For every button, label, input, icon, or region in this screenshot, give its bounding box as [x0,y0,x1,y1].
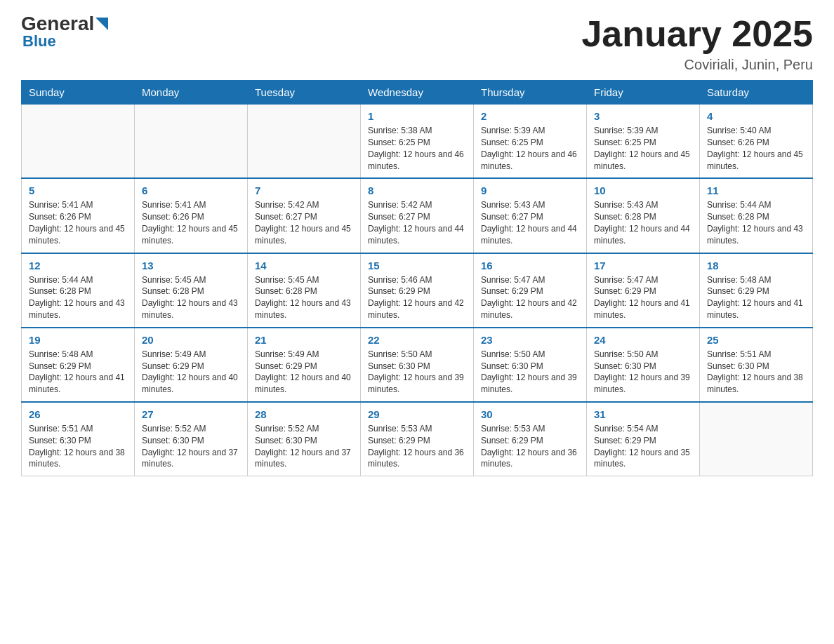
day-number: 2 [481,110,579,122]
day-info: Sunrise: 5:51 AMSunset: 6:30 PMDaylight:… [29,423,127,470]
day-number: 17 [594,260,692,271]
table-row: 20Sunrise: 5:49 AMSunset: 6:29 PMDayligh… [135,328,248,402]
day-number: 11 [707,185,805,196]
day-info: Sunrise: 5:44 AMSunset: 6:28 PMDaylight:… [29,274,127,321]
col-wednesday: Wednesday [361,81,474,105]
table-row: 21Sunrise: 5:49 AMSunset: 6:29 PMDayligh… [248,328,361,402]
day-info: Sunrise: 5:47 AMSunset: 6:29 PMDaylight:… [594,274,692,321]
table-row: 27Sunrise: 5:52 AMSunset: 6:30 PMDayligh… [135,402,248,476]
table-row: 10Sunrise: 5:43 AMSunset: 6:28 PMDayligh… [587,178,700,253]
table-row: 8Sunrise: 5:42 AMSunset: 6:27 PMDaylight… [361,178,474,253]
day-number: 14 [255,260,353,271]
day-info: Sunrise: 5:43 AMSunset: 6:27 PMDaylight:… [481,199,579,246]
day-info: Sunrise: 5:43 AMSunset: 6:28 PMDaylight:… [594,199,692,246]
day-number: 18 [707,260,805,271]
day-info: Sunrise: 5:46 AMSunset: 6:29 PMDaylight:… [368,274,466,321]
col-sunday: Sunday [22,81,135,105]
logo: General Blue [21,14,108,51]
day-number: 21 [255,334,353,346]
day-info: Sunrise: 5:42 AMSunset: 6:27 PMDaylight:… [368,199,466,246]
calendar-week-row: 19Sunrise: 5:48 AMSunset: 6:29 PMDayligh… [22,328,813,402]
table-row [248,105,361,179]
table-row: 5Sunrise: 5:41 AMSunset: 6:26 PMDaylight… [22,178,135,253]
day-info: Sunrise: 5:49 AMSunset: 6:29 PMDaylight:… [142,349,240,396]
table-row: 7Sunrise: 5:42 AMSunset: 6:27 PMDaylight… [248,178,361,253]
calendar-week-row: 12Sunrise: 5:44 AMSunset: 6:28 PMDayligh… [22,253,813,328]
day-info: Sunrise: 5:50 AMSunset: 6:30 PMDaylight:… [594,349,692,396]
table-row [22,105,135,179]
day-number: 5 [29,185,127,196]
svg-marker-0 [95,18,108,30]
day-info: Sunrise: 5:53 AMSunset: 6:29 PMDaylight:… [368,423,466,470]
day-info: Sunrise: 5:53 AMSunset: 6:29 PMDaylight:… [481,423,579,470]
day-number: 25 [707,334,805,346]
logo-general-text: General [21,14,94,34]
table-row: 12Sunrise: 5:44 AMSunset: 6:28 PMDayligh… [22,253,135,328]
calendar-week-row: 5Sunrise: 5:41 AMSunset: 6:26 PMDaylight… [22,178,813,253]
table-row: 13Sunrise: 5:45 AMSunset: 6:28 PMDayligh… [135,253,248,328]
col-friday: Friday [587,81,700,105]
table-row: 18Sunrise: 5:48 AMSunset: 6:29 PMDayligh… [700,253,813,328]
day-info: Sunrise: 5:52 AMSunset: 6:30 PMDaylight:… [142,423,240,470]
day-number: 3 [594,110,692,122]
table-row: 9Sunrise: 5:43 AMSunset: 6:27 PMDaylight… [474,178,587,253]
table-row: 16Sunrise: 5:47 AMSunset: 6:29 PMDayligh… [474,253,587,328]
table-row: 3Sunrise: 5:39 AMSunset: 6:25 PMDaylight… [587,105,700,179]
calendar-week-row: 26Sunrise: 5:51 AMSunset: 6:30 PMDayligh… [22,402,813,476]
table-row: 11Sunrise: 5:44 AMSunset: 6:28 PMDayligh… [700,178,813,253]
table-row: 2Sunrise: 5:39 AMSunset: 6:25 PMDaylight… [474,105,587,179]
day-number: 28 [255,408,353,420]
logo-blue-text: Blue [22,32,56,51]
day-info: Sunrise: 5:40 AMSunset: 6:26 PMDaylight:… [707,125,805,172]
table-row: 26Sunrise: 5:51 AMSunset: 6:30 PMDayligh… [22,402,135,476]
calendar-table: Sunday Monday Tuesday Wednesday Thursday… [21,80,813,476]
col-thursday: Thursday [474,81,587,105]
day-info: Sunrise: 5:54 AMSunset: 6:29 PMDaylight:… [594,423,692,470]
table-row: 30Sunrise: 5:53 AMSunset: 6:29 PMDayligh… [474,402,587,476]
day-number: 9 [481,185,579,196]
day-info: Sunrise: 5:42 AMSunset: 6:27 PMDaylight:… [255,199,353,246]
table-row: 14Sunrise: 5:45 AMSunset: 6:28 PMDayligh… [248,253,361,328]
table-row: 23Sunrise: 5:50 AMSunset: 6:30 PMDayligh… [474,328,587,402]
day-info: Sunrise: 5:52 AMSunset: 6:30 PMDaylight:… [255,423,353,470]
day-info: Sunrise: 5:41 AMSunset: 6:26 PMDaylight:… [142,199,240,246]
day-info: Sunrise: 5:48 AMSunset: 6:29 PMDaylight:… [29,349,127,396]
calendar-subtitle: Coviriali, Junin, Peru [581,57,813,73]
day-number: 31 [594,408,692,420]
table-row: 28Sunrise: 5:52 AMSunset: 6:30 PMDayligh… [248,402,361,476]
title-block: January 2025 Coviriali, Junin, Peru [581,14,813,73]
table-row: 22Sunrise: 5:50 AMSunset: 6:30 PMDayligh… [361,328,474,402]
col-saturday: Saturday [700,81,813,105]
day-number: 10 [594,185,692,196]
day-number: 23 [481,334,579,346]
table-row: 6Sunrise: 5:41 AMSunset: 6:26 PMDaylight… [135,178,248,253]
day-info: Sunrise: 5:50 AMSunset: 6:30 PMDaylight:… [481,349,579,396]
day-number: 22 [368,334,466,346]
day-number: 8 [368,185,466,196]
day-info: Sunrise: 5:38 AMSunset: 6:25 PMDaylight:… [368,125,466,172]
day-info: Sunrise: 5:50 AMSunset: 6:30 PMDaylight:… [368,349,466,396]
day-number: 7 [255,185,353,196]
day-number: 19 [29,334,127,346]
day-info: Sunrise: 5:48 AMSunset: 6:29 PMDaylight:… [707,274,805,321]
day-info: Sunrise: 5:44 AMSunset: 6:28 PMDaylight:… [707,199,805,246]
day-info: Sunrise: 5:51 AMSunset: 6:30 PMDaylight:… [707,349,805,396]
table-row: 19Sunrise: 5:48 AMSunset: 6:29 PMDayligh… [22,328,135,402]
day-number: 29 [368,408,466,420]
day-info: Sunrise: 5:45 AMSunset: 6:28 PMDaylight:… [142,274,240,321]
day-info: Sunrise: 5:39 AMSunset: 6:25 PMDaylight:… [481,125,579,172]
table-row: 29Sunrise: 5:53 AMSunset: 6:29 PMDayligh… [361,402,474,476]
day-number: 15 [368,260,466,271]
table-row [700,402,813,476]
day-number: 24 [594,334,692,346]
table-row: 4Sunrise: 5:40 AMSunset: 6:26 PMDaylight… [700,105,813,179]
day-info: Sunrise: 5:49 AMSunset: 6:29 PMDaylight:… [255,349,353,396]
col-monday: Monday [135,81,248,105]
day-number: 13 [142,260,240,271]
table-row: 25Sunrise: 5:51 AMSunset: 6:30 PMDayligh… [700,328,813,402]
day-number: 12 [29,260,127,271]
day-number: 4 [707,110,805,122]
day-info: Sunrise: 5:39 AMSunset: 6:25 PMDaylight:… [594,125,692,172]
calendar-week-row: 1Sunrise: 5:38 AMSunset: 6:25 PMDaylight… [22,105,813,179]
calendar-title: January 2025 [581,14,813,54]
